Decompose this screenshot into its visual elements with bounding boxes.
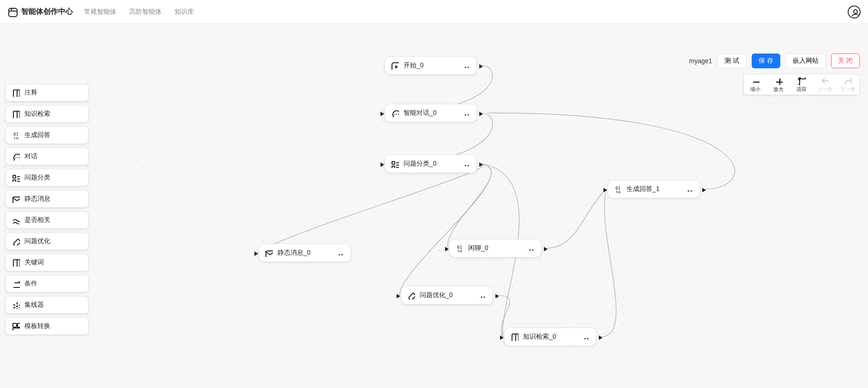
node-label: 智能对话_0 [404, 109, 456, 117]
more-icon [463, 160, 470, 167]
port-in-icon[interactable] [602, 186, 607, 192]
palette-item-label: 注释 [24, 89, 37, 97]
port-in-icon[interactable] [379, 110, 384, 116]
node-label: 静态消息_0 [277, 249, 330, 257]
action-bar: myage1 测 试 保 存 嵌入网站 关 闭 [689, 54, 860, 68]
node-more-button[interactable] [461, 60, 472, 71]
palette-item-3[interactable]: 对话 [6, 148, 89, 165]
port-out-icon[interactable] [477, 110, 483, 116]
node-more-button[interactable] [580, 331, 591, 342]
node-category[interactable]: 问题分类_0 [385, 155, 477, 173]
palette-item-label: 生成回答 [24, 131, 50, 139]
undo-button[interactable]: 上一步 [813, 74, 836, 95]
brand: 智能体创作中心 [7, 7, 73, 17]
node-more-button[interactable] [335, 247, 346, 258]
top-nav: 智能体创作中心 常规智能体 高阶智能体 知识库 [0, 0, 868, 24]
hub-icon [12, 301, 20, 309]
port-in-icon[interactable] [379, 161, 384, 167]
node-more-button[interactable] [684, 184, 695, 195]
zoom-controls: 缩小 放大 适应 上一步 下一步 [743, 74, 860, 95]
port-out-icon[interactable] [597, 334, 603, 340]
port-out-icon[interactable] [700, 186, 706, 192]
port-in-icon[interactable] [498, 334, 504, 340]
palette-item-2[interactable]: 生成回答 [6, 126, 89, 144]
palette-item-11[interactable]: 模板转换 [6, 317, 89, 335]
play-icon [391, 61, 399, 70]
port-out-icon[interactable] [542, 245, 548, 251]
category-icon [391, 160, 399, 168]
app-icon [7, 7, 18, 17]
node-label: 闲聊_0 [468, 244, 521, 252]
nav-link-regular[interactable]: 常规智能体 [84, 8, 116, 16]
node-label: 生成回答_1 [627, 185, 679, 193]
palette-item-9[interactable]: 条件 [6, 275, 89, 292]
node-more-button[interactable] [461, 107, 472, 119]
close-button[interactable]: 关 闭 [831, 54, 860, 68]
more-icon [463, 109, 470, 117]
book-icon [12, 110, 20, 118]
fit-icon [797, 77, 806, 85]
redo-icon [844, 77, 852, 85]
palette-item-0[interactable]: 注释 [6, 84, 89, 101]
undo-label: 上一步 [817, 86, 832, 93]
node-generate[interactable]: 生成回答_1 [608, 180, 700, 198]
node-more-button[interactable] [461, 158, 472, 169]
more-icon [337, 249, 344, 257]
port-out-icon[interactable] [477, 161, 483, 167]
port-out-icon[interactable] [477, 63, 483, 68]
plus-icon [774, 77, 783, 85]
node-optimize[interactable]: 问题优化_0 [401, 286, 493, 304]
palette-item-label: 问题分类 [24, 173, 50, 182]
zoom-fit-button[interactable]: 适应 [790, 74, 813, 95]
user-icon [850, 8, 858, 16]
port-in-icon[interactable] [253, 250, 258, 256]
palette-item-5[interactable]: 静态消息 [6, 190, 89, 208]
palette-item-4[interactable]: 问题分类 [6, 169, 89, 186]
port-in-icon[interactable] [395, 292, 400, 298]
node-label: 问题分类_0 [404, 160, 456, 168]
more-icon [479, 292, 486, 299]
node-static[interactable]: 静态消息_0 [259, 244, 351, 262]
nav-link-knowledge[interactable]: 知识库 [175, 8, 194, 16]
embed-button[interactable]: 嵌入网站 [786, 54, 826, 68]
node-chitchat[interactable]: 闲聊_0 [449, 239, 542, 257]
zoom-out-label: 缩小 [750, 86, 760, 93]
optimize-icon [407, 291, 415, 299]
zoom-in-button[interactable]: 放大 [767, 74, 790, 95]
save-button[interactable]: 保 存 [752, 54, 780, 68]
node-label: 知识检索_0 [523, 333, 576, 341]
node-knowledge[interactable]: 知识检索_0 [504, 328, 597, 346]
palette-item-label: 条件 [24, 280, 37, 288]
redo-button[interactable]: 下一步 [836, 74, 859, 95]
nav-links: 常规智能体 高阶智能体 知识库 [84, 8, 194, 16]
binary-icon [614, 185, 622, 193]
undo-icon [820, 77, 829, 85]
palette-item-label: 问题优化 [24, 237, 50, 245]
node-dialog[interactable]: 智能对话_0 [385, 104, 477, 122]
palette-item-7[interactable]: 问题优化 [6, 233, 89, 250]
palette-item-8[interactable]: 关键词 [6, 254, 89, 271]
nav-link-advanced[interactable]: 高阶智能体 [129, 8, 162, 16]
node-start[interactable]: 开始_0 [385, 56, 477, 75]
palette-item-1[interactable]: 知识检索 [6, 105, 89, 123]
palette-item-6[interactable]: 是否相关 [6, 211, 89, 229]
test-button[interactable]: 测 试 [717, 54, 746, 68]
mail-icon [265, 249, 273, 257]
binary-icon [455, 244, 464, 252]
user-avatar[interactable] [848, 6, 861, 18]
canvas[interactable]: myage1 测 试 保 存 嵌入网站 关 闭 缩小 放大 适应 上一步 下一步… [0, 24, 868, 388]
zoom-in-label: 放大 [773, 86, 784, 93]
palette-item-label: 集线器 [24, 301, 44, 309]
mail-icon [12, 195, 20, 203]
node-more-button[interactable] [525, 243, 536, 254]
node-more-button[interactable] [477, 290, 488, 301]
zoom-out-button[interactable]: 缩小 [744, 74, 767, 95]
book-icon [510, 333, 518, 341]
edges-layer [0, 24, 868, 388]
swap-icon [12, 280, 20, 288]
minus-icon [751, 77, 760, 85]
port-out-icon[interactable] [494, 292, 499, 298]
palette-item-10[interactable]: 集线器 [6, 296, 89, 314]
palette-item-label: 静态消息 [24, 195, 50, 203]
port-in-icon[interactable] [443, 245, 449, 251]
